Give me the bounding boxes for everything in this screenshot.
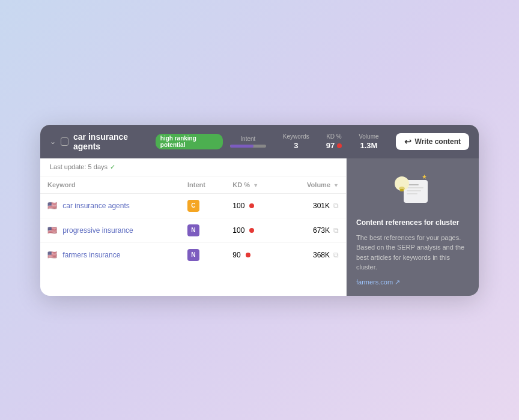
card-body: Last update: 5 days ✓ Keyword Intent KD …	[40, 158, 479, 296]
keywords-table: Keyword Intent KD % ▼ Volume ▼	[40, 176, 346, 267]
kw-cell-0: 🇺🇸 car insurance agents	[40, 193, 180, 218]
intent-meta: Intent	[230, 136, 266, 148]
kd-dot-1	[249, 228, 254, 233]
vol-cell-1: 673K ⧉	[282, 218, 346, 242]
check-icon: ✓	[110, 163, 115, 171]
col-kd[interactable]: KD % ▼	[225, 176, 281, 194]
keywords-value: 3	[294, 141, 298, 150]
keywords-meta: Keywords 3	[283, 133, 309, 150]
content-ref-title: Content references for cluster	[356, 218, 469, 227]
intent-cell-1: N	[180, 218, 225, 242]
kd-dot-0	[249, 203, 254, 208]
intent-bar	[230, 145, 266, 148]
kd-cell-1: 100	[225, 218, 281, 242]
intent-cell-0: C	[180, 193, 225, 218]
intent-badge-2: N	[187, 249, 199, 261]
col-intent: Intent	[180, 176, 225, 194]
copy-icon-1[interactable]: ⧉	[333, 226, 339, 235]
header-meta: Intent Keywords 3 KD % 97 Volume 1.3M	[230, 133, 469, 150]
kd-value: 97	[326, 141, 342, 150]
right-panel: ★ Content references for cluster The bes…	[347, 158, 479, 296]
kd-dot-2	[246, 253, 250, 257]
intent-cell-2: N	[180, 242, 225, 267]
volume-meta: Volume 1.3M	[359, 133, 378, 150]
intent-fill	[230, 145, 253, 148]
kw-cell-1: 🇺🇸 progressive insurance	[40, 218, 180, 242]
content-illustration: ★	[389, 168, 437, 210]
intent-label: Intent	[240, 136, 255, 142]
flag-0: 🇺🇸	[47, 201, 57, 210]
content-ref-desc: The best references for your pages. Base…	[356, 233, 469, 272]
table-row: 🇺🇸 farmers insurance N 90 368K ⧉	[40, 242, 346, 267]
svg-rect-3	[407, 190, 421, 191]
ranking-badge: high ranking potential	[156, 134, 223, 149]
header-left: ⌄ car insurance agents high ranking pote…	[50, 132, 223, 151]
flag-1: 🇺🇸	[47, 226, 57, 235]
table-row: 🇺🇸 car insurance agents C 100 301K ⧉	[40, 193, 346, 218]
kd-dot	[337, 143, 342, 148]
copy-icon-0[interactable]: ⧉	[333, 202, 339, 210]
copy-icon-2[interactable]: ⧉	[333, 251, 339, 259]
illustration: ★	[356, 168, 469, 210]
write-icon: ↩	[404, 137, 411, 146]
cluster-checkbox[interactable]	[61, 137, 68, 146]
table-panel: Last update: 5 days ✓ Keyword Intent KD …	[40, 158, 347, 296]
svg-rect-4	[407, 193, 417, 194]
kd-label: KD %	[326, 133, 342, 140]
intent-badge-0: C	[187, 200, 199, 212]
col-volume[interactable]: Volume ▼	[282, 176, 346, 194]
reference-link[interactable]: farmers.com ↗	[356, 278, 469, 286]
kd-cell-0: 100	[225, 193, 281, 218]
kd-cell-2: 90	[225, 242, 281, 267]
main-card: ⌄ car insurance agents high ranking pote…	[40, 125, 479, 296]
keyword-link-1[interactable]: progressive insurance	[62, 226, 133, 235]
volume-value: 1.3M	[360, 141, 377, 150]
last-update: Last update: 5 days ✓	[40, 158, 346, 176]
vol-cell-0: 301K ⧉	[282, 193, 346, 218]
keywords-label: Keywords	[283, 133, 309, 140]
write-content-button[interactable]: ↩ Write content	[396, 133, 469, 150]
kd-meta: KD % 97	[326, 133, 342, 150]
volume-filter-icon[interactable]: ▼	[333, 182, 339, 188]
volume-label: Volume	[359, 133, 378, 140]
svg-rect-2	[407, 187, 423, 188]
kw-cell-2: 🇺🇸 farmers insurance	[40, 242, 180, 267]
intent-badge-1: N	[187, 224, 199, 236]
flag-2: 🇺🇸	[47, 250, 57, 259]
kd-filter-icon[interactable]: ▼	[253, 182, 258, 188]
vol-cell-2: 368K ⧉	[282, 242, 346, 267]
chevron-icon[interactable]: ⌄	[50, 137, 56, 146]
cluster-title: car insurance agents	[73, 132, 151, 151]
col-keyword: Keyword	[40, 176, 180, 194]
keyword-link-2[interactable]: farmers insurance	[62, 251, 120, 259]
table-row: 🇺🇸 progressive insurance N 100 673K ⧉	[40, 218, 346, 242]
card-header: ⌄ car insurance agents high ranking pote…	[40, 125, 479, 158]
keyword-link-0[interactable]: car insurance agents	[62, 202, 129, 210]
svg-text:★: ★	[422, 173, 427, 180]
svg-rect-7	[400, 189, 404, 191]
